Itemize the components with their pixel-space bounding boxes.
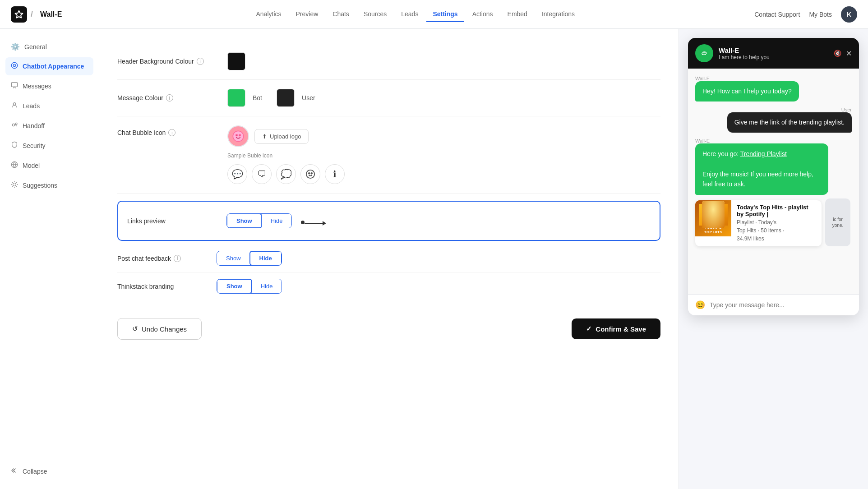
card-thumbnail: TODAY'STOP HITS [695, 200, 731, 236]
check-icon: ✓ [586, 325, 592, 333]
sidebar-item-suggestions[interactable]: Suggestions [5, 176, 93, 194]
topbar-right: Contact Support My Bots K [754, 6, 857, 23]
sidebar-item-messages[interactable]: Messages [5, 77, 93, 95]
svg-point-5 [15, 123, 17, 125]
contact-support-link[interactable]: Contact Support [754, 11, 800, 18]
trending-playlist-link[interactable]: Trending Playlist [740, 150, 787, 157]
post-chat-info-icon[interactable]: i [174, 255, 181, 262]
bubble-sample-1[interactable]: 💬 [227, 164, 247, 184]
links-preview-show-btn[interactable]: Show [226, 213, 262, 228]
chat-header-icons: 🔇 ✕ [834, 49, 852, 58]
header-bg-colour-swatch[interactable] [227, 52, 245, 70]
bot-sender-label: Wall-E [695, 76, 852, 81]
chat-preview-panel: Wall-E I am here to help you 🔇 ✕ Wall-E … [679, 29, 868, 489]
bot-greeting-row: Wall-E Hey! How can I help you today? [695, 76, 852, 101]
tab-integrations[interactable]: Integrations [536, 7, 581, 22]
bot-response-row: Wall-E Here you go: Trending Playlist En… [695, 138, 852, 195]
thinkstack-branding-label: Thinkstack branding [117, 283, 217, 290]
bubble-sample-5[interactable]: ℹ [325, 164, 345, 184]
bot-response-bubble: Here you go: Trending Playlist Enjoy the… [695, 143, 828, 195]
sidebar-collapse-button[interactable]: Collapse [5, 462, 93, 480]
thinkstack-show-btn[interactable]: Show [217, 279, 252, 294]
bubble-sample-3[interactable]: 💭 [276, 164, 296, 184]
mute-icon[interactable]: 🔇 [834, 50, 841, 57]
sidebar-item-leads[interactable]: Leads [5, 97, 93, 115]
tab-navigation: Analytics Preview Chats Sources Leads Se… [76, 7, 754, 22]
arrow-indicator [301, 221, 326, 226]
user-message-row: User Give me the link of the trending pl… [695, 107, 852, 133]
bot-greeting-bubble: Hey! How can I help you today? [695, 81, 799, 101]
sidebar-item-general[interactable]: ⚙️ General [5, 38, 93, 55]
main-layout: ⚙️ General Chatbot Appearance Messages L… [0, 29, 868, 489]
sidebar-item-chatbot-appearance[interactable]: Chatbot Appearance [5, 57, 93, 75]
confirm-save-button[interactable]: ✓ Confirm & Save [572, 318, 660, 339]
chat-bubble-info-icon[interactable]: i [168, 129, 175, 136]
footer-buttons: ↺ Undo Changes ✓ Confirm & Save [117, 307, 660, 351]
tab-chats[interactable]: Chats [326, 7, 356, 22]
tab-leads[interactable]: Leads [395, 7, 425, 22]
chat-header: Wall-E I am here to help you 🔇 ✕ [688, 38, 859, 69]
sidebar-item-security[interactable]: Security [5, 137, 93, 155]
user-sender-label: User [841, 107, 852, 112]
message-colour-info-icon[interactable]: i [166, 94, 173, 101]
bot-name: Wall-E [40, 10, 62, 18]
thinkstack-hide-btn[interactable]: Hide [252, 279, 282, 293]
bubble-sample-2[interactable]: 🗨 [252, 164, 272, 184]
sidebar: ⚙️ General Chatbot Appearance Messages L… [0, 29, 99, 489]
undo-changes-button[interactable]: ↺ Undo Changes [117, 318, 202, 340]
header-bg-colour-row: Header Background Colour i [117, 43, 660, 80]
bot-colour-swatch[interactable] [227, 89, 245, 107]
tab-preview[interactable]: Preview [290, 7, 325, 22]
card-extra: ic foryone. [825, 198, 850, 246]
user-avatar[interactable]: K [841, 6, 857, 23]
svg-point-22 [311, 173, 312, 174]
thinkstack-branding-row: Thinkstack branding Show Hide [117, 272, 660, 300]
link-preview-card[interactable]: TODAY'STOP HITS Today's Top Hits - playl… [695, 200, 822, 246]
header-bg-colour-label: Header Background Colour i [117, 58, 217, 65]
svg-point-4 [12, 124, 14, 126]
post-chat-show-btn[interactable]: Show [217, 251, 250, 265]
bubble-sample-4[interactable] [300, 164, 320, 184]
svg-line-16 [16, 182, 17, 183]
user-message-bubble: Give me the link of the trending playlis… [727, 112, 852, 133]
svg-point-8 [13, 183, 16, 186]
message-colour-label: Message Colour i [117, 94, 217, 101]
chat-input[interactable] [710, 301, 852, 309]
user-colour-swatch[interactable] [277, 89, 295, 107]
sidebar-item-handoff[interactable]: Handoff [5, 117, 93, 135]
chat-bubble-icon-label: Chat Bubble Icon i [117, 125, 217, 136]
my-bots-link[interactable]: My Bots [809, 11, 832, 18]
chat-header-name: Wall-E [719, 46, 828, 54]
tab-embed[interactable]: Embed [501, 7, 534, 22]
svg-point-1 [11, 62, 17, 68]
tab-analytics[interactable]: Analytics [249, 7, 287, 22]
links-preview-hide-btn[interactable]: Hide [262, 214, 292, 228]
card-title: Today's Top Hits - playlist by Spotify | [737, 204, 816, 217]
svg-point-21 [309, 173, 310, 174]
palette-icon [11, 62, 18, 71]
topbar: / Wall-E Analytics Preview Chats Sources… [0, 0, 868, 29]
bubble-icon-row: ⬆ Upload logo [227, 125, 345, 147]
tab-sources[interactable]: Sources [357, 7, 393, 22]
message-colour-group: Bot User [227, 89, 315, 107]
post-chat-hide-btn[interactable]: Hide [249, 251, 282, 266]
post-chat-feedback-row: Post chat feedback i Show Hide [117, 244, 660, 272]
suggestions-icon [11, 181, 18, 190]
svg-point-17 [233, 131, 243, 141]
sidebar-item-model[interactable]: Model [5, 157, 93, 175]
app-logo[interactable]: / Wall-E [11, 6, 62, 23]
chat-header-logo [695, 44, 713, 62]
tab-settings[interactable]: Settings [426, 7, 464, 22]
upload-logo-button[interactable]: ⬆ Upload logo [254, 129, 309, 144]
svg-point-20 [306, 170, 314, 178]
chat-footer: 😊 [688, 294, 859, 315]
tab-actions[interactable]: Actions [466, 7, 499, 22]
chat-body: Wall-E Hey! How can I help you today? Us… [688, 69, 859, 294]
bubble-samples-row: 💬 🗨 💭 ℹ [227, 164, 345, 184]
bubble-preview-icon[interactable] [227, 125, 249, 147]
header-bg-info-icon[interactable]: i [197, 58, 204, 65]
user-label: User [302, 94, 315, 101]
emoji-button[interactable]: 😊 [695, 300, 705, 310]
svg-point-23 [700, 49, 708, 57]
close-icon[interactable]: ✕ [846, 49, 852, 58]
